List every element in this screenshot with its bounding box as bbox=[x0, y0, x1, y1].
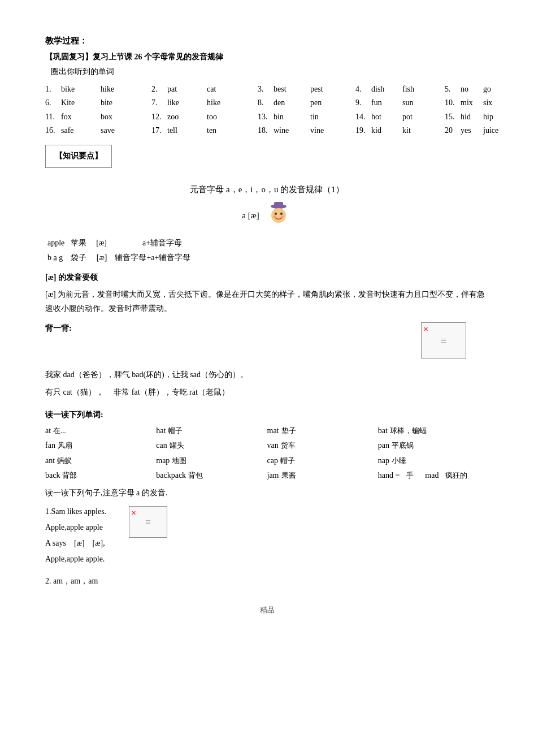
w4-num4: 19. bbox=[355, 124, 371, 137]
w1-no: no bbox=[461, 83, 483, 96]
w1-pat: pat bbox=[167, 83, 207, 96]
footer: 精品 bbox=[45, 604, 489, 616]
w1-num4: 4. bbox=[355, 83, 371, 96]
w4-wine: wine bbox=[273, 124, 310, 137]
placeholder-lines-icon-2: ≡ bbox=[145, 514, 151, 530]
w3-fox: fox bbox=[61, 111, 101, 123]
du-nap: nap 小睡 bbox=[378, 455, 489, 467]
w1-dish: dish bbox=[371, 83, 402, 96]
du-van: van 货车 bbox=[267, 439, 378, 452]
du-word-grid: at 在... hat 帽子 mat 垫子 bat 球棒，蝙蝠 fan 风扇 c… bbox=[45, 425, 489, 482]
du-hand-mad: hand = 手 mad 疯狂的 bbox=[378, 469, 489, 482]
w1-best: best bbox=[273, 83, 310, 96]
section2-center-title: 元音字母 a，e，i，o，u 的发音规律（1） bbox=[45, 183, 489, 196]
song-section: 1.Sam likes apples. Apple,apple apple A … bbox=[45, 504, 489, 567]
w4-num5: 20 bbox=[445, 124, 461, 137]
w4-kit: kit bbox=[402, 124, 445, 137]
w4-save: save bbox=[101, 124, 151, 137]
w4-vine: vine bbox=[310, 124, 355, 137]
w4-num2: 17. bbox=[151, 124, 167, 137]
w2-bite: bite bbox=[101, 97, 151, 109]
w3-num: 11. bbox=[45, 111, 61, 123]
svg-point-6 bbox=[281, 215, 284, 218]
svg-point-4 bbox=[280, 213, 283, 215]
w2-num: 6. bbox=[45, 97, 61, 109]
du-jam: jam 果酱 bbox=[267, 469, 378, 482]
song-line-1: 1.Sam likes apples. bbox=[45, 504, 106, 520]
w4-safe: safe bbox=[61, 124, 101, 137]
pronunciation-title: [æ] 的发音要领 bbox=[45, 271, 489, 284]
w3-pot: pot bbox=[402, 111, 445, 123]
page-title: 教学过程： bbox=[45, 34, 489, 47]
w3-hid: hid bbox=[461, 111, 483, 123]
w2-num5: 10. bbox=[445, 97, 461, 109]
word-row-3: 11. fox box 12. zoo too 13. bin tin 14. … bbox=[45, 111, 489, 123]
w2-num2: 7. bbox=[151, 97, 167, 109]
phonetic-a: a [æ] bbox=[242, 209, 259, 222]
sentence-2: 有只 cat（猫）， 非常 fat（胖），专吃 rat（老鼠） bbox=[45, 385, 489, 399]
word-row-1: 1. bike hike 2. pat cat 3. best pest 4. … bbox=[45, 83, 489, 96]
du-back: back 背部 bbox=[45, 469, 156, 482]
w2-fun: fun bbox=[371, 97, 402, 109]
svg-point-3 bbox=[275, 213, 277, 215]
w3-num2: 12. bbox=[151, 111, 167, 123]
w4-ten: ten bbox=[207, 124, 258, 137]
section1-bracket-label: 【巩固复习】复习上节课 26 个字母常见的发音规律 bbox=[45, 51, 489, 63]
w1-go: go bbox=[483, 83, 506, 96]
cartoon-character-icon bbox=[265, 200, 292, 231]
du-hat: hat 帽子 bbox=[156, 425, 267, 437]
read-sentence-label: 读一读下列句子,注意字母 a 的发音. bbox=[45, 487, 489, 499]
apple-line1: apple 苹果 [æ] a+辅音字母 bbox=[47, 237, 489, 249]
svg-point-5 bbox=[273, 215, 276, 218]
w4-juice: juice bbox=[483, 124, 506, 137]
am-row: 2. am，am，am bbox=[45, 575, 489, 587]
bei-label: 背一背: bbox=[45, 322, 79, 335]
w2-mix: mix bbox=[461, 97, 483, 109]
song-line-2: Apple,apple apple bbox=[45, 520, 106, 535]
section2-bracket-label: 【知识要点】 bbox=[45, 145, 112, 167]
song-line-4: Apple,apple apple. bbox=[45, 551, 106, 567]
apple-line2: b a g 袋子 [æ] 辅音字母+a+辅音字母 bbox=[47, 252, 489, 264]
w1-w2: hike bbox=[101, 83, 151, 96]
du-fan: fan 风扇 bbox=[45, 439, 156, 452]
svg-point-2 bbox=[271, 208, 286, 223]
du-mad-en: mad bbox=[425, 469, 439, 482]
du-can: can 罐头 bbox=[156, 439, 267, 452]
w3-hot: hot bbox=[371, 111, 402, 123]
w4-tell: tell bbox=[167, 124, 207, 137]
bei-yi-bei-section: 背一背: ✕ ≡ bbox=[45, 322, 489, 358]
sentence-1: 我家 dad（爸爸），脾气 bad(坏的)，让我 sad（伤心的）。 bbox=[45, 368, 489, 382]
w1-cat: cat bbox=[207, 83, 258, 96]
w3-hip: hip bbox=[483, 111, 506, 123]
w3-too: too bbox=[207, 111, 258, 123]
w3-tin: tin bbox=[310, 111, 355, 123]
section1-sub-label: 圈出你听到的单词 bbox=[51, 66, 489, 78]
w2-like: like bbox=[167, 97, 207, 109]
w1-num3: 3. bbox=[258, 83, 273, 96]
w2-kite: Kite bbox=[61, 97, 101, 109]
word-row-2: 6. Kite bite 7. like hike 8. den pen 9. … bbox=[45, 97, 489, 109]
du-cap: cap 帽子 bbox=[267, 455, 378, 467]
w1-w1: bike bbox=[61, 83, 101, 96]
du-mad-zh: 疯狂的 bbox=[445, 470, 467, 482]
du-mat: mat 垫子 bbox=[267, 425, 378, 437]
du-backpack: backpack 背包 bbox=[156, 469, 267, 482]
du-at: at 在... bbox=[45, 425, 156, 437]
w2-num4: 9. bbox=[355, 97, 371, 109]
w3-num4: 14. bbox=[355, 111, 371, 123]
w4-kid: kid bbox=[371, 124, 402, 137]
du-pan: pan 平底锅 bbox=[378, 439, 489, 452]
du-hand-zh: 手 bbox=[406, 470, 414, 482]
bei-placeholder-box: ✕ ≡ bbox=[421, 322, 466, 358]
x-icon-2: ✕ bbox=[131, 508, 136, 519]
w4-num3: 18. bbox=[258, 124, 273, 137]
placeholder-lines-icon: ≡ bbox=[440, 331, 446, 349]
svg-rect-1 bbox=[274, 202, 283, 208]
du-section-title: 读一读下列单词: bbox=[45, 409, 489, 421]
emoji-character-row: a [æ] bbox=[45, 200, 489, 231]
w4-num: 16. bbox=[45, 124, 61, 137]
w2-six: six bbox=[483, 97, 506, 109]
w1-fish: fish bbox=[402, 83, 445, 96]
word-row-4: 16. safe save 17. tell ten 18. wine vine… bbox=[45, 124, 489, 137]
du-ant: ant 蚂蚁 bbox=[45, 455, 156, 467]
